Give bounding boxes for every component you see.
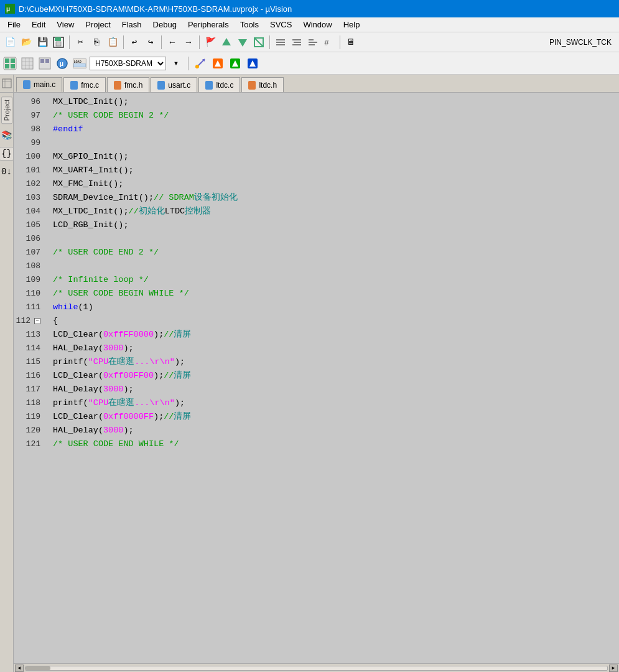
menu-debug[interactable]: Debug — [148, 19, 182, 30]
code-text: SDRAM_Device_Init(); — [53, 191, 154, 205]
dropdown-arrow[interactable]: ▾ — [169, 56, 184, 71]
zero-icon[interactable]: 0↓ — [1, 167, 12, 177]
hscrollbar[interactable]: ◄ ► — [14, 663, 619, 672]
linenum-118: 118 — [14, 396, 45, 410]
bookmark-next[interactable] — [235, 35, 250, 50]
string-115b: ...\r\n" — [134, 355, 175, 369]
build3-icon[interactable] — [245, 56, 260, 71]
menu-view[interactable]: View — [52, 19, 79, 30]
menu-svcs[interactable]: SVCS — [265, 19, 297, 30]
load-icon[interactable]: LOAD — [72, 56, 87, 71]
monitor-button[interactable]: 🖥 — [343, 35, 358, 50]
save-all-button[interactable] — [51, 35, 66, 50]
build2-icon[interactable] — [228, 56, 243, 71]
svg-rect-31 — [45, 59, 49, 63]
tab-main-c[interactable]: main.c — [16, 77, 62, 92]
tab-fmc-h[interactable]: fmc.h — [107, 77, 149, 92]
paste-button[interactable]: 📋 — [105, 35, 120, 50]
linenum-112: 112 − — [14, 314, 45, 328]
svg-rect-46 — [2, 79, 11, 88]
new-button[interactable]: 📄 — [2, 35, 17, 50]
svg-text:μ: μ — [60, 61, 63, 68]
hscroll-thumb[interactable] — [26, 666, 50, 670]
grid-icon[interactable] — [20, 56, 35, 71]
linenum-button[interactable]: # — [322, 35, 337, 50]
string-118b: ...\r\n" — [134, 396, 175, 410]
svg-rect-20 — [5, 58, 9, 63]
code-117b: ); — [123, 383, 133, 396]
linenum-108: 108 — [14, 259, 45, 273]
bookmark-button[interactable]: 🚩 — [203, 35, 218, 50]
build1-icon[interactable] — [210, 56, 225, 71]
book-icon[interactable]: 📚 — [1, 130, 12, 141]
svg-rect-3 — [55, 37, 61, 41]
menu-window[interactable]: Window — [298, 19, 337, 30]
tab-usart-c[interactable]: usart.c — [151, 77, 197, 92]
config-icon[interactable]: μ — [55, 56, 70, 71]
outdent-button[interactable] — [289, 35, 304, 50]
bookmark-clear[interactable] — [251, 35, 266, 50]
undo-button[interactable]: ↩ — [127, 35, 142, 50]
tab-icon-fmc-c — [70, 81, 78, 90]
code-content[interactable]: MX_LTDC_Init(); /* USER CODE BEGIN 2 */ … — [48, 93, 619, 663]
settings-icon[interactable] — [2, 56, 17, 71]
linenum-106: 106 — [14, 232, 45, 246]
magic-wand-icon[interactable] — [193, 56, 208, 71]
code-icon[interactable]: {} — [0, 147, 14, 161]
menu-edit[interactable]: Edit — [27, 19, 50, 30]
panel-icon[interactable] — [2, 78, 12, 88]
hscroll-left[interactable]: ◄ — [15, 665, 24, 672]
svg-marker-5 — [222, 38, 231, 45]
bookmark-prev[interactable] — [219, 35, 234, 50]
tab-ltdc-c[interactable]: ltdc.c — [198, 77, 240, 92]
menu-file[interactable]: File — [2, 19, 26, 30]
redo-button[interactable]: ↪ — [143, 35, 158, 50]
hscroll-right[interactable]: ► — [609, 665, 618, 672]
code-line-105: LCD_RGB_Init(); — [50, 218, 619, 232]
linenum-103: 103 — [14, 191, 45, 205]
indent-button[interactable] — [273, 35, 288, 50]
collapse-112[interactable]: − — [34, 318, 40, 324]
number-113: 0xffFF0000 — [103, 328, 154, 342]
code-text: #endif — [53, 123, 83, 136]
toolbar1: 📄 📂 💾 ✂ ⎘ 📋 ↩ ↪ ← → 🚩 # 🖥 PIN_SWCLK_TCK — [0, 32, 619, 52]
nav-back-button[interactable]: ← — [165, 35, 180, 50]
format-button[interactable] — [305, 35, 320, 50]
linenum-97: 97 — [14, 109, 45, 123]
grid2-icon[interactable] — [37, 56, 52, 71]
svg-rect-4 — [56, 42, 61, 46]
linenum-116: 116 — [14, 369, 45, 383]
tab-ltdc-h[interactable]: ltdc.h — [241, 77, 284, 92]
menu-flash[interactable]: Flash — [117, 19, 147, 30]
menu-project[interactable]: Project — [80, 19, 115, 30]
nav-forward-button[interactable]: → — [181, 35, 196, 50]
menu-peripherals[interactable]: Peripherals — [183, 19, 234, 30]
linenum-100: 100 — [14, 150, 45, 164]
code-text: { — [53, 314, 58, 328]
code-119a: LCD_Clear( — [53, 410, 103, 424]
menu-help[interactable]: Help — [338, 19, 365, 30]
chinese-115: 在瞎逛 — [108, 355, 134, 369]
cut-button[interactable]: ✂ — [73, 35, 88, 50]
separator3 — [161, 35, 162, 49]
project-tab[interactable]: Project — [1, 96, 12, 124]
menu-tools[interactable]: Tools — [235, 19, 264, 30]
tab-icon-ltdc-h — [248, 81, 256, 90]
svg-text:#: # — [324, 39, 329, 48]
copy-button[interactable]: ⎘ — [89, 35, 104, 50]
separator-t2 — [188, 57, 188, 70]
code-113b: ); — [154, 328, 164, 342]
open-button[interactable]: 📂 — [19, 35, 34, 50]
code-text: /* USER CODE END 2 */ — [53, 246, 159, 259]
tab-fmc-c[interactable]: fmc.c — [63, 77, 106, 92]
hscroll-track[interactable] — [25, 666, 608, 671]
linenum-107: 107 — [14, 246, 45, 259]
left-sidebar: Project 📚 {} 0↓ — [0, 93, 14, 672]
linenum-98: 98 — [14, 123, 45, 136]
title-text: D:\CubeMX\H750XB-SDRAM\MDK-ARM\H750XB-SD… — [19, 4, 292, 14]
linenum-120: 120 — [14, 424, 45, 437]
code-line-117: HAL_Delay(3000); — [50, 383, 619, 396]
save-button[interactable]: 💾 — [35, 35, 50, 50]
target-dropdown[interactable]: H750XB-SDRAM — [90, 57, 166, 70]
keyword-while: while — [53, 301, 78, 314]
